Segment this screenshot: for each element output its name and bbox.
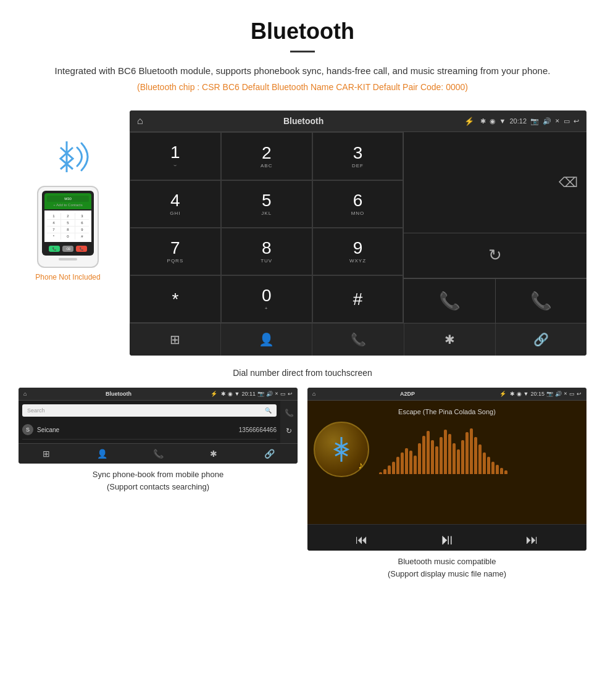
music-content: Escape (The Pina Colada Song) ♪: [307, 401, 586, 524]
phonebook-screen: ⌂ Bluetooth ⚡ ✱ ◉ ▼ 20:11 📷 🔊 ✕ ▭ ↩: [19, 388, 298, 464]
dial-screen: ⌂ Bluetooth ⚡ ✱ ◉ ▼ 20:12 📷 🔊 ✕ ▭ ↩ 1⌣2A…: [130, 110, 586, 356]
pb-tab-calls[interactable]: 📞: [130, 444, 186, 464]
tab-dialpad[interactable]: ⊞: [130, 323, 221, 356]
pb-sync-icon[interactable]: ↻: [283, 424, 294, 438]
red-call-button[interactable]: 📞: [496, 279, 586, 323]
numpad-key-6[interactable]: 6MNO: [312, 180, 404, 228]
sig-icon-mini: ▼: [235, 391, 240, 397]
music-caption: Bluetooth music compatible (Support disp…: [307, 556, 586, 580]
bt-icon-mini: ✱: [221, 391, 226, 397]
numpad-key-3[interactable]: 3DEF: [312, 132, 404, 180]
numpad-key-0[interactable]: 0+: [221, 275, 312, 323]
phone-bottom-buttons: 📞 ⌫ 📞: [44, 244, 91, 253]
time-display: 20:12: [509, 117, 527, 125]
phone-screen-top: M30 + Add to Contacts: [44, 193, 91, 209]
viz-bar: [444, 430, 447, 474]
viz-bar: [491, 462, 494, 474]
close-icon: ✕: [555, 118, 560, 124]
loc-icon-music: ◉: [517, 391, 522, 397]
viz-bar: [496, 465, 499, 474]
backspace-icon[interactable]: ⌫: [559, 175, 578, 191]
viz-bar: [500, 468, 503, 474]
viz-bar: [405, 448, 408, 474]
play-pause-button[interactable]: ⏯: [440, 531, 454, 548]
dial-call-row: 📞 📞: [404, 278, 586, 323]
usb-icon-mini: ⚡: [211, 391, 217, 397]
music-album-art: ♪: [314, 422, 369, 477]
music-controls: ⏮ ⏯ ⏭: [307, 524, 586, 551]
viz-bar: [478, 444, 482, 474]
numpad-key-9[interactable]: 9WXYZ: [312, 228, 404, 275]
contact-row: S Seicane 13566664466: [22, 420, 277, 440]
phonebook-main: Search 🔍 S Seicane 13566664466: [19, 401, 280, 443]
numpad-key-8[interactable]: 8TUV: [221, 228, 312, 275]
numpad-key-*[interactable]: *: [130, 275, 221, 323]
viz-bar: [470, 428, 473, 474]
viz-bar: [483, 452, 486, 474]
search-bar[interactable]: Search 🔍: [22, 404, 277, 417]
search-icon[interactable]: 🔍: [265, 407, 272, 414]
pb-tab-dialpad[interactable]: ⊞: [19, 444, 74, 464]
pb-tab-contacts[interactable]: 👤: [74, 444, 130, 464]
viz-bar: [435, 446, 438, 474]
pb-tab-bt[interactable]: ✱: [186, 444, 241, 464]
music-art-area: ♪: [314, 422, 580, 477]
home-icon-mini[interactable]: ⌂: [23, 391, 27, 397]
min-icon-music: ▭: [569, 391, 575, 397]
home-icon[interactable]: ⌂: [137, 115, 143, 127]
viz-bar: [465, 432, 469, 474]
next-button[interactable]: ⏭: [526, 533, 538, 547]
numpad-key-2[interactable]: 2ABC: [221, 132, 312, 180]
pb-tab-link[interactable]: 🔗: [242, 444, 298, 464]
tab-bluetooth[interactable]: ✱: [404, 323, 496, 356]
prev-button[interactable]: ⏮: [356, 533, 368, 547]
page-header: Bluetooth Integrated with BC6 Bluetooth …: [0, 0, 605, 110]
viz-bar: [409, 451, 412, 474]
refresh-icon[interactable]: ↻: [488, 246, 502, 265]
sig-icon-music: ▼: [524, 391, 529, 397]
numpad-key-4[interactable]: 4GHI: [130, 180, 221, 228]
bluetooth-signal-icon: [43, 135, 93, 178]
pb-time: 20:11: [241, 391, 256, 397]
viz-bar: [396, 457, 399, 474]
music-song-title: Escape (The Pina Colada Song): [398, 408, 496, 415]
dial-topbar: ⌂ Bluetooth ⚡ ✱ ◉ ▼ 20:12 📷 🔊 ✕ ▭ ↩: [130, 110, 586, 132]
numpad-key-1[interactable]: 1⌣: [130, 132, 221, 180]
min-icon-mini: ▭: [280, 391, 286, 397]
status-icons: ✱ ◉ ▼ 20:12 📷 🔊 ✕ ▭ ↩: [480, 117, 579, 125]
viz-bar: [431, 440, 434, 474]
dial-tabs: ⊞ 👤 📞 ✱ 🔗: [130, 323, 586, 356]
cam-icon-music: 📷: [546, 391, 553, 397]
green-call-button[interactable]: 📞: [404, 279, 495, 323]
phone-not-included-label: Phone Not Included: [35, 273, 100, 281]
phonebook-topbar: ⌂ Bluetooth ⚡ ✱ ◉ ▼ 20:11 📷 🔊 ✕ ▭ ↩: [19, 388, 298, 401]
music-visualizer: [379, 425, 580, 474]
numpad-key-7[interactable]: 7PQRS: [130, 228, 221, 275]
search-placeholder: Search: [27, 407, 45, 414]
tab-link[interactable]: 🔗: [496, 323, 586, 356]
tab-contacts[interactable]: 👤: [221, 323, 312, 356]
pb-call-icon[interactable]: 📞: [282, 406, 296, 420]
viz-bar: [427, 431, 430, 474]
bluetooth-status-icon: ✱: [480, 117, 486, 125]
viz-bar: [379, 472, 382, 474]
numpad-key-5[interactable]: 5JKL: [221, 180, 312, 228]
music-time: 20:15: [530, 391, 544, 397]
numpad: 1⌣2ABC3DEF4GHI5JKL6MNO7PQRS8TUV9WXYZ*0+#: [130, 132, 404, 323]
home-icon-music[interactable]: ⌂: [312, 391, 315, 397]
contact-initial: S: [22, 424, 33, 435]
back-icon-music: ↩: [577, 391, 582, 397]
dial-refresh-area: ↻: [404, 233, 586, 278]
phonebook-screen-wrap: ⌂ Bluetooth ⚡ ✱ ◉ ▼ 20:11 📷 🔊 ✕ ▭ ↩: [19, 388, 298, 580]
tab-recent-calls[interactable]: 📞: [312, 323, 404, 356]
viz-bar: [388, 465, 391, 474]
bottom-screens: ⌂ Bluetooth ⚡ ✱ ◉ ▼ 20:11 📷 🔊 ✕ ▭ ↩: [0, 388, 605, 592]
viz-bar: [383, 469, 386, 474]
viz-bar: [401, 452, 404, 474]
viz-bar: [422, 436, 425, 474]
x-icon-mini: ✕: [275, 391, 278, 396]
phonebook-title: Bluetooth: [30, 391, 206, 397]
numpad-key-#[interactable]: #: [312, 275, 404, 323]
viz-bar: [453, 443, 456, 474]
viz-bar: [448, 434, 451, 474]
